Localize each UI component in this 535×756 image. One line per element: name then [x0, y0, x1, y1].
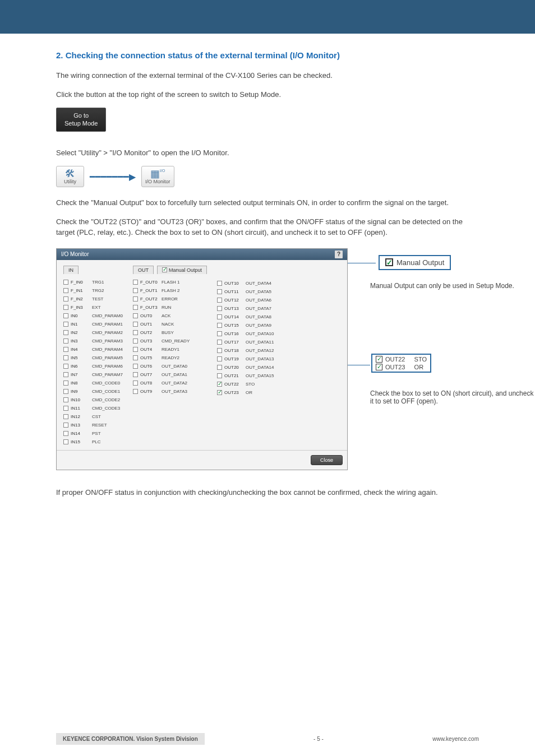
manual-output-checkbox[interactable]	[162, 267, 167, 272]
io-checkbox[interactable]	[63, 355, 68, 360]
io-checkbox[interactable]	[133, 338, 138, 344]
io-checkbox[interactable]	[63, 288, 68, 293]
io-checkbox[interactable]	[63, 439, 68, 444]
io-terminal-name: F_IN2	[71, 296, 90, 302]
io-checkbox[interactable]	[217, 390, 222, 395]
io-checkbox[interactable]	[63, 330, 68, 335]
io-checkbox[interactable]	[63, 431, 68, 436]
io-terminal-label: OUT_DATA13	[246, 356, 274, 361]
manual-output-tab[interactable]: Manual Output	[157, 266, 207, 274]
io-checkbox[interactable]	[63, 313, 68, 318]
io-row: F_IN1TRG2	[63, 287, 123, 294]
io-row: IN11CMD_CODE3	[63, 405, 123, 412]
io-terminal-label: CMD_CODE3	[92, 406, 120, 411]
callout-manual-output: ✓ Manual Output	[379, 255, 451, 270]
io-terminal-name: IN14	[71, 431, 90, 436]
io-row: IN6CMD_PARAM6	[63, 363, 123, 370]
io-terminal-label: STO	[246, 382, 255, 387]
io-row: OUT19OUT_DATA13	[217, 355, 274, 363]
io-terminal-label: OUT_DATA0	[162, 364, 187, 369]
io-checkbox[interactable]	[63, 347, 68, 352]
io-checkbox[interactable]	[217, 356, 222, 361]
io-checkbox[interactable]	[217, 289, 222, 294]
io-checkbox[interactable]	[133, 296, 138, 302]
io-terminal-name: IN10	[71, 397, 90, 402]
out23-lbl: OR	[414, 364, 424, 370]
io-checkbox[interactable]	[217, 373, 222, 378]
io-terminal-name: OUT16	[224, 331, 243, 336]
io-row: OUT10OUT_DATA4	[217, 280, 274, 287]
io-terminal-name: F_OUT3	[140, 305, 159, 310]
io-checkbox[interactable]	[217, 348, 222, 353]
io-terminal-name: OUT12	[224, 298, 243, 303]
io-terminal-name: OUT8	[140, 381, 159, 386]
io-terminal-name: OUT10	[224, 281, 243, 286]
io-checkbox[interactable]	[63, 305, 68, 310]
io-checkbox[interactable]	[133, 364, 138, 369]
io-checkbox[interactable]	[133, 347, 138, 352]
io-row: IN12CST	[63, 413, 123, 420]
io-checkbox[interactable]	[63, 338, 68, 344]
io-checkbox[interactable]	[63, 296, 68, 302]
io-terminal-label: OUT_DATA10	[246, 331, 274, 336]
checkmark-icon: ✓	[385, 258, 393, 266]
io-checkbox[interactable]	[63, 322, 68, 327]
io-terminal-label: RESET	[92, 423, 107, 428]
io-row: IN7CMD_PARAM7	[63, 371, 123, 378]
io-checkbox[interactable]	[63, 364, 68, 369]
io-row: OUT23OR	[217, 389, 274, 396]
io-terminal-label: OUT_DATA3	[162, 389, 187, 394]
io-checkbox[interactable]	[63, 381, 68, 386]
io-checkbox[interactable]	[133, 330, 138, 335]
io-checkbox[interactable]	[217, 306, 222, 311]
io-row: F_IN3EXT	[63, 304, 123, 311]
io-checkbox[interactable]	[63, 406, 68, 411]
io-checkbox[interactable]	[63, 414, 68, 419]
io-checkbox[interactable]	[217, 382, 222, 387]
intro-text: The wiring connection of the external te…	[56, 70, 479, 81]
instr-3b: Check the "OUT22 (STO)" and "OUT23 (OR)"…	[56, 216, 479, 238]
io-checkbox[interactable]	[217, 331, 222, 336]
io-terminal-name: OUT9	[140, 389, 159, 394]
io-checkbox[interactable]	[133, 305, 138, 310]
close-button[interactable]: Close	[311, 455, 343, 465]
io-checkbox[interactable]	[133, 389, 138, 394]
io-terminal-label: OUT_DATA11	[246, 340, 274, 345]
annot-setup-note: Manual Output can only be used in Setup …	[370, 282, 535, 290]
io-row: OUT15OUT_DATA9	[217, 322, 274, 329]
io-terminal-label: OUT_DATA15	[246, 373, 274, 378]
io-checkbox[interactable]	[63, 397, 68, 402]
io-terminal-name: OUT4	[140, 347, 159, 352]
io-checkbox[interactable]	[133, 372, 138, 377]
io-checkbox[interactable]	[133, 355, 138, 360]
io-terminal-label: TRG1	[92, 280, 104, 285]
io-checkbox[interactable]	[217, 340, 222, 345]
io-checkbox[interactable]	[63, 280, 68, 285]
io-checkbox[interactable]	[133, 381, 138, 386]
io-checkbox[interactable]	[217, 365, 222, 370]
io-terminal-label: OUT_DATA7	[246, 306, 271, 311]
io-checkbox[interactable]	[133, 322, 138, 327]
io-row: F_OUT2ERROR	[133, 295, 207, 303]
io-terminal-name: F_IN1	[71, 288, 90, 293]
io-row: IN8CMD_CODE0	[63, 379, 123, 387]
setup-btn-line2: Setup Mode	[64, 120, 98, 127]
callout-mo-label: Manual Output	[396, 258, 444, 267]
io-checkbox[interactable]	[217, 314, 222, 319]
io-checkbox[interactable]	[63, 372, 68, 377]
io-checkbox[interactable]	[217, 281, 222, 286]
io-checkbox[interactable]	[133, 280, 138, 285]
io-monitor-icon-button[interactable]: ▦I/O I/O Monitor	[141, 166, 174, 187]
setup-mode-button[interactable]: Go to Setup Mode	[56, 108, 106, 132]
io-terminal-label: CMD_PARAM6	[92, 364, 123, 369]
io-checkbox[interactable]	[133, 288, 138, 293]
io-checkbox[interactable]	[63, 423, 68, 428]
io-terminal-name: OUT0	[140, 313, 159, 318]
utility-icon-button[interactable]: 🛠 Utility	[56, 166, 84, 187]
io-checkbox[interactable]	[217, 298, 222, 303]
wrench-icon: 🛠	[60, 169, 80, 179]
help-icon[interactable]: ?	[335, 251, 343, 258]
io-checkbox[interactable]	[133, 313, 138, 318]
io-checkbox[interactable]	[217, 323, 222, 328]
io-checkbox[interactable]	[63, 389, 68, 394]
